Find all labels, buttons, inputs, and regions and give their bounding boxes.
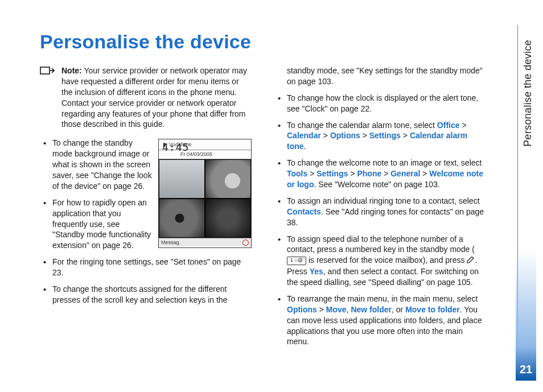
list-item: To assign speed dial to the telephone nu…	[274, 234, 486, 288]
left-bullet-list: To change the standby mode background im…	[40, 138, 252, 305]
note-text: Note: Your service provider or network o…	[61, 65, 252, 130]
note-block: Note: Your service provider or network o…	[40, 65, 252, 130]
list-item: To change how the clock is displayed or …	[274, 93, 486, 114]
right-column: standby mode, see "Key settings for the …	[274, 65, 486, 353]
list-item: To assign an individual ringing tone to …	[274, 196, 486, 228]
page-number: 21	[516, 346, 536, 381]
left-column: Note: Your service provider or network o…	[40, 65, 252, 353]
list-item: To change the standby mode background im…	[40, 138, 252, 191]
right-bullet-list: To change how the clock is displayed or …	[274, 93, 486, 348]
note-body: Your service provider or network operato…	[61, 66, 247, 129]
note-label: Note:	[61, 66, 82, 75]
thumb-fade	[516, 250, 536, 346]
list-item: For the ringing tone settings, see "Set …	[40, 257, 252, 278]
list-item: To change the shortcuts assigned for the…	[40, 284, 252, 306]
note-icon	[40, 67, 55, 130]
two-column-layout: Note: Your service provider or network o…	[40, 65, 489, 353]
side-tab-label: Personalise the device	[522, 40, 534, 147]
list-item: To change the welcome note to an image o…	[274, 158, 486, 190]
svg-rect-0	[40, 67, 50, 74]
list-item: To rearrange the main menu, in the main …	[274, 294, 486, 347]
key-1-icon: 1 ⌂@	[287, 257, 306, 265]
side-tab: Personalise the device	[521, 25, 534, 162]
page-title: Personalise the device	[40, 31, 489, 53]
page-content: Personalise the device Note: Your servic…	[40, 31, 489, 361]
continuation-text: standby mode, see "Key settings for the …	[287, 65, 486, 87]
left-list-host: ▮ Vodafone 4:45 Fr 04/03/2005 Messag.	[40, 138, 252, 311]
list-item: To change the calendar alarm tone, selec…	[274, 120, 486, 152]
pen-icon	[467, 255, 475, 266]
list-item: For how to rapidly open an application t…	[40, 197, 252, 251]
